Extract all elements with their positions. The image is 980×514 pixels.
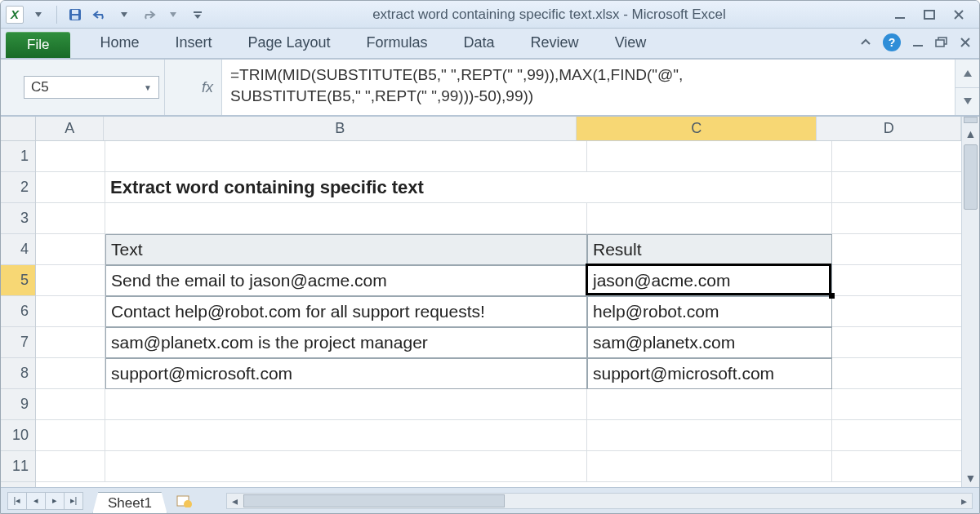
cell-C1[interactable] — [587, 141, 832, 172]
cell-C4[interactable]: Result — [587, 234, 832, 265]
qat-customize-icon[interactable] — [188, 5, 207, 24]
ribbon-minimize-icon[interactable] — [860, 38, 871, 47]
file-tab[interactable]: File — [6, 32, 70, 58]
cell-C11[interactable] — [587, 451, 832, 482]
cell-D11[interactable] — [832, 451, 961, 482]
horizontal-scroll-thumb[interactable] — [243, 494, 505, 507]
save-button[interactable] — [65, 5, 85, 24]
cell-B5[interactable]: Send the email to jason@acme.com — [105, 265, 587, 296]
row-header-5[interactable]: 5 — [1, 265, 35, 296]
cell-A1[interactable] — [36, 141, 105, 172]
cell-B4[interactable]: Text — [105, 234, 587, 265]
scroll-right-button[interactable]: ▸ — [956, 494, 972, 507]
row-header-9[interactable]: 9 — [1, 389, 35, 420]
row-header-7[interactable]: 7 — [1, 327, 35, 358]
column-header-D[interactable]: D — [817, 117, 961, 140]
redo-button[interactable] — [139, 5, 158, 24]
cell-D10[interactable] — [832, 420, 961, 451]
cells-area[interactable]: Extract word containing specific textTex… — [36, 141, 961, 487]
fx-label-icon[interactable]: fx — [164, 60, 221, 115]
row-header-1[interactable]: 1 — [1, 141, 35, 172]
sheet-nav-next-button[interactable]: ▸ — [45, 492, 65, 510]
tab-formulas[interactable]: Formulas — [349, 29, 446, 58]
cell-A7[interactable] — [36, 327, 105, 358]
cell-A5[interactable] — [36, 265, 105, 296]
cell-D4[interactable] — [832, 234, 961, 265]
formula-scroll-down-icon[interactable] — [956, 88, 979, 116]
cell-C8[interactable]: support@microsoft.com — [587, 358, 832, 389]
cell-A3[interactable] — [36, 203, 105, 234]
vertical-scroll-thumb[interactable] — [964, 144, 978, 210]
cell-D5[interactable] — [832, 265, 961, 296]
column-header-A[interactable]: A — [36, 117, 104, 140]
cell-C3[interactable] — [587, 203, 832, 234]
formula-scroll-up-icon[interactable] — [956, 60, 979, 88]
worksheet-grid[interactable]: ABCD 1234567891011 Extract word containi… — [1, 117, 979, 487]
cell-C10[interactable] — [587, 420, 832, 451]
cell-B9[interactable] — [105, 389, 587, 420]
cell-A10[interactable] — [36, 420, 105, 451]
cell-D2[interactable] — [832, 172, 961, 203]
row-header-2[interactable]: 2 — [1, 172, 35, 203]
row-header-8[interactable]: 8 — [1, 358, 35, 389]
cell-C5[interactable]: jason@acme.com — [587, 265, 832, 296]
undo-dropdown-icon[interactable] — [114, 5, 134, 24]
row-header-6[interactable]: 6 — [1, 296, 35, 327]
select-all-corner[interactable] — [1, 117, 36, 141]
tab-data[interactable]: Data — [446, 29, 513, 58]
horizontal-scroll-track[interactable] — [243, 494, 956, 508]
cell-D3[interactable] — [832, 203, 961, 234]
maximize-button[interactable] — [920, 7, 938, 22]
scroll-down-button[interactable]: ▼ — [962, 469, 979, 487]
tab-home[interactable]: Home — [82, 29, 157, 58]
name-box-dropdown-icon[interactable]: ▼ — [144, 83, 152, 92]
column-header-B[interactable]: B — [104, 117, 577, 140]
column-header-C[interactable]: C — [577, 117, 817, 140]
workbook-restore-icon[interactable] — [935, 37, 948, 48]
cell-D9[interactable] — [832, 389, 961, 420]
cell-A6[interactable] — [36, 296, 105, 327]
undo-button[interactable] — [90, 5, 109, 24]
sheet-nav-prev-button[interactable]: ◂ — [26, 492, 46, 510]
workbook-minimize-icon[interactable] — [912, 37, 924, 48]
cell-A2[interactable] — [36, 172, 105, 203]
cell-A4[interactable] — [36, 234, 105, 265]
cell-B3[interactable] — [105, 203, 587, 234]
row-header-10[interactable]: 10 — [1, 420, 35, 451]
qat-dropdown-icon[interactable] — [29, 5, 48, 24]
cell-C2[interactable] — [587, 172, 832, 203]
row-header-4[interactable]: 4 — [1, 234, 35, 265]
tab-insert[interactable]: Insert — [157, 29, 229, 58]
cell-C9[interactable] — [587, 389, 832, 420]
sheet-nav-last-button[interactable]: ▸| — [64, 492, 83, 510]
tab-view[interactable]: View — [597, 29, 665, 58]
close-button[interactable] — [950, 7, 968, 22]
cell-B11[interactable] — [105, 451, 587, 482]
cell-A11[interactable] — [36, 451, 105, 482]
sheet-nav-first-button[interactable]: |◂ — [7, 492, 27, 510]
workbook-close-icon[interactable] — [960, 37, 971, 48]
horizontal-scrollbar[interactable]: ◂ ▸ — [226, 493, 973, 509]
cell-D6[interactable] — [832, 296, 961, 327]
scroll-left-button[interactable]: ◂ — [227, 494, 243, 507]
cell-C7[interactable]: sam@planetx.com — [587, 327, 832, 358]
tab-review[interactable]: Review — [513, 29, 597, 58]
cell-B7[interactable]: sam@planetx.com is the project manager — [105, 327, 587, 358]
vertical-scrollbar[interactable]: ▲ ▼ — [961, 117, 979, 487]
cell-A9[interactable] — [36, 389, 105, 420]
cell-A8[interactable] — [36, 358, 105, 389]
cell-B10[interactable] — [105, 420, 587, 451]
tab-page-layout[interactable]: Page Layout — [229, 29, 348, 58]
cell-B1[interactable] — [105, 141, 587, 172]
formula-input[interactable]: =TRIM(MID(SUBSTITUTE(B5," ",REPT(" ",99)… — [221, 60, 955, 115]
redo-dropdown-icon[interactable] — [163, 5, 183, 24]
scroll-up-button[interactable]: ▲ — [962, 125, 979, 143]
cell-D7[interactable] — [832, 327, 961, 358]
cell-C6[interactable]: help@robot.com — [587, 296, 832, 327]
minimize-button[interactable] — [891, 7, 909, 22]
sheet-tab-sheet1[interactable]: Sheet1 — [92, 492, 167, 515]
row-header-11[interactable]: 11 — [1, 451, 35, 482]
cell-D1[interactable] — [832, 141, 961, 172]
help-button[interactable]: ? — [883, 33, 901, 51]
split-handle[interactable] — [964, 117, 978, 123]
